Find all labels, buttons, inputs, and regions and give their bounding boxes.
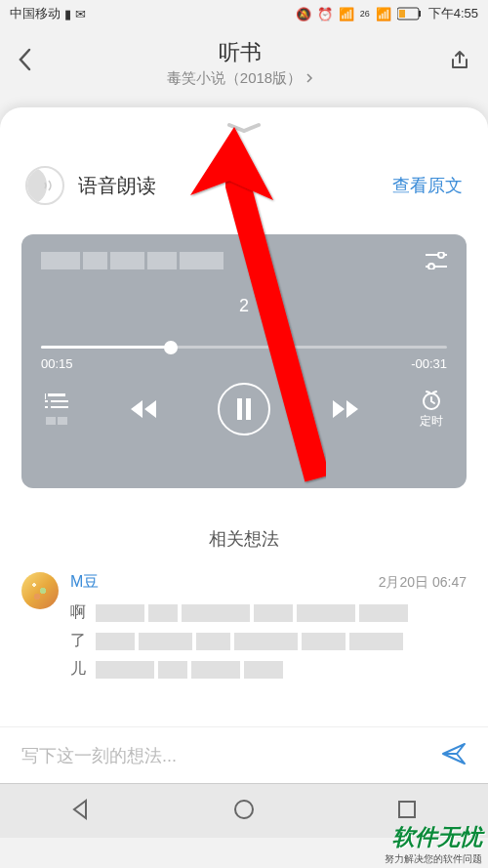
equalizer-button[interactable] xyxy=(426,252,447,274)
avatar[interactable] xyxy=(21,572,59,609)
sheet-grabber[interactable] xyxy=(0,107,488,143)
nav-recents-button[interactable] xyxy=(396,799,418,824)
chapter-number: 2 xyxy=(41,296,447,316)
book-selector[interactable]: 毒笑小说（2018版） xyxy=(31,69,449,88)
thought-timestamp: 2月20日 06:47 xyxy=(379,574,467,592)
chevron-right-icon xyxy=(305,72,313,84)
message-icon: ✉ xyxy=(75,7,86,21)
wifi-icon: 📶 xyxy=(339,7,354,21)
thought-item[interactable]: M豆 2月20日 06:47 啊 了 儿 xyxy=(0,551,488,680)
thought-username[interactable]: M豆 xyxy=(70,572,99,593)
signal-icon: 📶 xyxy=(376,7,391,21)
audio-player: 2 00:15 -00:31 xyxy=(21,234,467,488)
watermark-main: 软件无忧 xyxy=(385,822,482,852)
comment-input[interactable]: 写下这一刻的想法... xyxy=(21,744,441,767)
sim-icon: ▮ xyxy=(64,7,71,21)
watermark-sub: 努力解决您的软件问题 xyxy=(385,852,482,866)
chapter-list-button[interactable] xyxy=(45,393,68,425)
rewind-button[interactable] xyxy=(129,398,158,420)
battery-icon xyxy=(397,7,423,21)
svg-point-4 xyxy=(438,252,444,258)
comment-bar: 写下这一刻的想法... xyxy=(0,726,488,783)
alarm-icon: ⏰ xyxy=(317,7,333,21)
carrier-label: 中国移动 xyxy=(10,5,61,22)
svg-rect-7 xyxy=(48,393,65,396)
page-title: 听书 xyxy=(31,38,449,67)
svg-rect-8 xyxy=(237,398,242,420)
related-thoughts-header: 相关想法 xyxy=(0,527,488,551)
tts-title: 语音朗读 xyxy=(78,173,392,199)
svg-rect-13 xyxy=(399,802,415,817)
progress-thumb[interactable] xyxy=(164,341,178,354)
time-elapsed: 00:15 xyxy=(41,356,73,371)
time-label: 下午4:55 xyxy=(428,5,478,22)
send-icon xyxy=(441,741,467,766)
sleep-timer-button[interactable]: 定时 xyxy=(420,390,443,430)
book-subtitle: 毒笑小说（2018版） xyxy=(167,69,302,88)
pause-icon xyxy=(235,398,253,420)
view-original-link[interactable]: 查看原文 xyxy=(392,174,463,197)
svg-rect-9 xyxy=(246,398,251,420)
watermark: 软件无忧 努力解决您的软件问题 xyxy=(385,822,482,866)
send-button[interactable] xyxy=(441,741,467,770)
time-remaining: -00:31 xyxy=(411,356,447,371)
player-sheet: 语音朗读 查看原文 2 00:15 -00:31 xyxy=(0,107,488,783)
tts-voice-icon xyxy=(25,166,64,205)
timer-label: 定时 xyxy=(420,413,443,430)
svg-rect-1 xyxy=(419,11,421,17)
track-title-redacted xyxy=(41,252,275,269)
back-button[interactable] xyxy=(18,48,31,78)
svg-rect-2 xyxy=(399,10,405,18)
nav-home-button[interactable] xyxy=(233,799,255,824)
mute-icon: 🔕 xyxy=(296,7,311,21)
nav-back-button[interactable] xyxy=(70,799,92,824)
thought-content-redacted: 啊 了 儿 xyxy=(70,602,467,680)
forward-button[interactable] xyxy=(331,398,360,420)
chevron-down-icon xyxy=(225,121,263,135)
status-bar: 中国移动 ▮ ✉ 🔕 ⏰ 📶 26 📶 下午4:55 xyxy=(0,0,488,27)
pause-button[interactable] xyxy=(218,383,270,435)
nav-header: 听书 毒笑小说（2018版） xyxy=(0,27,488,98)
svg-point-6 xyxy=(428,264,434,269)
progress-slider[interactable] xyxy=(41,346,447,349)
network-label: 26 xyxy=(360,9,370,19)
share-button[interactable] xyxy=(449,50,470,75)
svg-point-12 xyxy=(235,801,253,818)
